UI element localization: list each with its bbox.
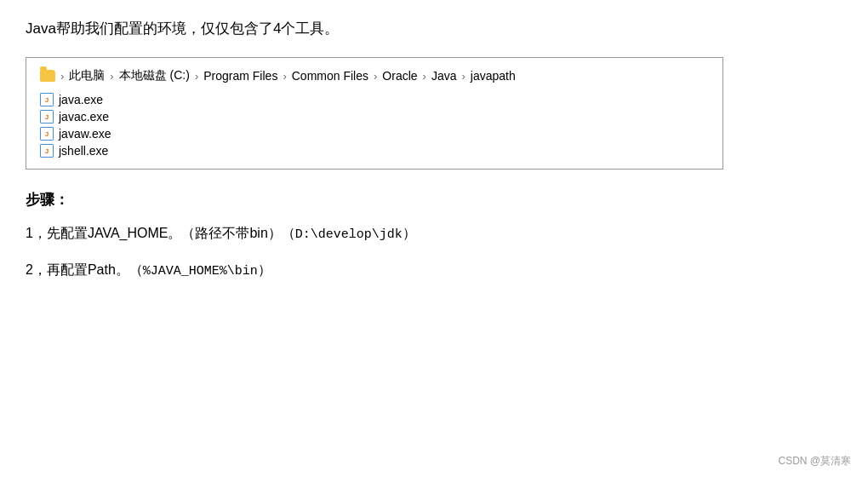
breadcrumb-sep-2: › (195, 70, 198, 83)
breadcrumb-sep-4: › (374, 70, 377, 83)
breadcrumb: › 此电脑 › 本地磁盘 (C:) › Program Files › Comm… (40, 68, 709, 83)
list-item[interactable]: javac.exe (40, 109, 709, 124)
csdn-credit: CSDN @莫清寒 (778, 454, 851, 468)
file-name-jshell: jshell.exe (59, 144, 108, 158)
file-explorer-box: › 此电脑 › 本地磁盘 (C:) › Program Files › Comm… (26, 57, 723, 170)
breadcrumb-sep-6: › (461, 70, 465, 83)
breadcrumb-item-6: javapath (471, 69, 516, 83)
list-item[interactable]: jshell.exe (40, 143, 709, 158)
file-icon-jshell (40, 144, 54, 158)
step-1-number: 1， (26, 226, 47, 240)
step-1-mono: D:\develop\jdk (295, 227, 403, 242)
intro-text: Java帮助我们配置的环境，仅仅包含了4个工具。 (26, 17, 842, 40)
breadcrumb-item-0: 此电脑 (69, 68, 105, 83)
file-name-java: java.exe (59, 93, 103, 106)
breadcrumb-sep-1: › (110, 70, 113, 83)
step-2-text2: ） (258, 262, 271, 277)
section-title: 步骤： (26, 190, 842, 210)
steps-section: 步骤： 1，先配置JAVA_HOME。（路径不带bin）（D:\develop\… (26, 190, 842, 282)
breadcrumb-item-1: 本地磁盘 (C:) (119, 68, 190, 83)
breadcrumb-item-5: Java (431, 69, 457, 83)
step-2-number: 2， (26, 262, 47, 277)
file-name-javac: javac.exe (59, 110, 109, 124)
step-1-text2: ） (403, 226, 416, 240)
step-2-mono: %JAVA_HOME%\bin (143, 264, 258, 279)
breadcrumb-sep-0: › (60, 70, 64, 83)
breadcrumb-item-3: Common Files (292, 69, 368, 83)
list-item[interactable]: java.exe (40, 92, 709, 107)
step-1: 1，先配置JAVA_HOME。（路径不带bin）（D:\develop\jdk） (26, 221, 842, 246)
step-2-text: 再配置Path。（ (47, 262, 143, 277)
steps-list: 1，先配置JAVA_HOME。（路径不带bin）（D:\develop\jdk）… (26, 221, 842, 282)
file-list: java.exe javac.exe javaw.exe jshell.exe (40, 92, 709, 158)
breadcrumb-item-2: Program Files (203, 69, 277, 83)
step-2: 2，再配置Path。（%JAVA_HOME%\bin） (26, 258, 842, 283)
breadcrumb-sep-5: › (423, 70, 426, 83)
file-icon-java (40, 93, 54, 106)
file-name-javaw: javaw.exe (59, 127, 111, 141)
file-icon-javac (40, 110, 54, 124)
step-1-text: 先配置JAVA_HOME。（路径不带bin）（ (47, 226, 295, 240)
breadcrumb-item-4: Oracle (382, 69, 417, 83)
list-item[interactable]: javaw.exe (40, 126, 709, 141)
folder-icon (40, 70, 55, 82)
breadcrumb-sep-3: › (283, 70, 286, 83)
file-icon-javaw (40, 127, 54, 141)
